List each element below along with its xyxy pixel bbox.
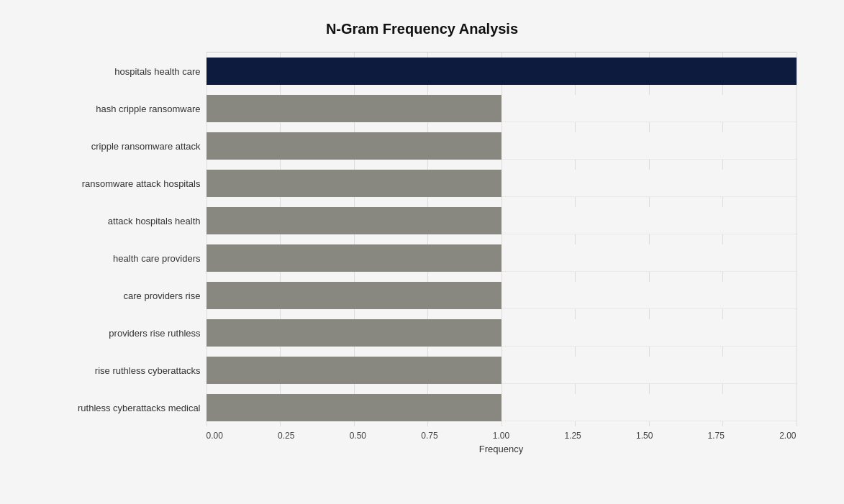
chart-inner: hospitals health carehash cripple ransom…	[207, 52, 797, 426]
chart-row: attack hospitals health	[207, 202, 797, 239]
bar-track	[207, 132, 797, 160]
bar	[207, 282, 502, 309]
x-tick: 1.00	[493, 431, 509, 441]
bar-track	[207, 394, 797, 421]
bar	[207, 95, 502, 122]
x-tick: 2.00	[779, 431, 796, 441]
x-tick: 1.50	[636, 431, 653, 441]
x-tick: 0.50	[350, 431, 366, 441]
chart-row: hash cripple ransomware	[207, 90, 797, 127]
bar-track	[207, 357, 797, 384]
chart-row: health care providers	[207, 239, 797, 277]
bar-label: rise ruthless cyberattacks	[50, 365, 201, 376]
bar-track	[207, 207, 797, 234]
chart-row: rise ruthless cyberattacks	[207, 352, 797, 389]
chart-row: providers rise ruthless	[207, 314, 797, 352]
bar	[207, 394, 502, 421]
grid-line	[797, 52, 797, 426]
bar-label: providers rise ruthless	[50, 328, 201, 339]
bar-label: hash cripple ransomware	[50, 104, 201, 114]
bar	[207, 207, 502, 234]
chart-row: ruthless cyberattacks medical	[207, 389, 797, 426]
bar-label: care providers rise	[50, 290, 201, 301]
bar	[207, 170, 502, 197]
x-tick: 0.00	[207, 431, 223, 441]
bar-track	[207, 95, 797, 122]
x-tick: 0.75	[421, 431, 437, 441]
bar	[207, 58, 797, 85]
bar	[207, 244, 502, 272]
x-tick: 0.25	[278, 431, 294, 441]
bar-label: attack hospitals health	[50, 216, 201, 226]
chart-row: hospitals health care	[207, 52, 797, 90]
bar-track	[207, 58, 797, 85]
x-tick: 1.25	[564, 431, 581, 441]
bar-track	[207, 244, 797, 272]
bar-label: hospitals health care	[50, 66, 201, 77]
chart-area: hospitals health carehash cripple ransom…	[48, 52, 797, 454]
bar-label: health care providers	[50, 253, 201, 264]
bar-track	[207, 319, 797, 347]
bar	[207, 357, 502, 384]
x-tick: 1.75	[708, 431, 725, 441]
bar	[207, 132, 502, 160]
chart-title: N-Gram Frequency Analysis	[48, 21, 797, 37]
chart-row: ransomware attack hospitals	[207, 165, 797, 202]
bar-track	[207, 170, 797, 197]
x-axis: 0.000.250.500.751.001.251.501.752.00	[207, 431, 797, 441]
bar-label: ruthless cyberattacks medical	[50, 403, 201, 413]
bar-label: ransomware attack hospitals	[50, 178, 201, 189]
chart-row: care providers rise	[207, 277, 797, 314]
bar-label: cripple ransomware attack	[50, 141, 201, 152]
x-axis-label: Frequency	[207, 444, 797, 454]
chart-row: cripple ransomware attack	[207, 127, 797, 165]
chart-container: N-Gram Frequency Analysis hospitals heal…	[27, 6, 818, 498]
bar-track	[207, 282, 797, 309]
bar	[207, 319, 502, 347]
